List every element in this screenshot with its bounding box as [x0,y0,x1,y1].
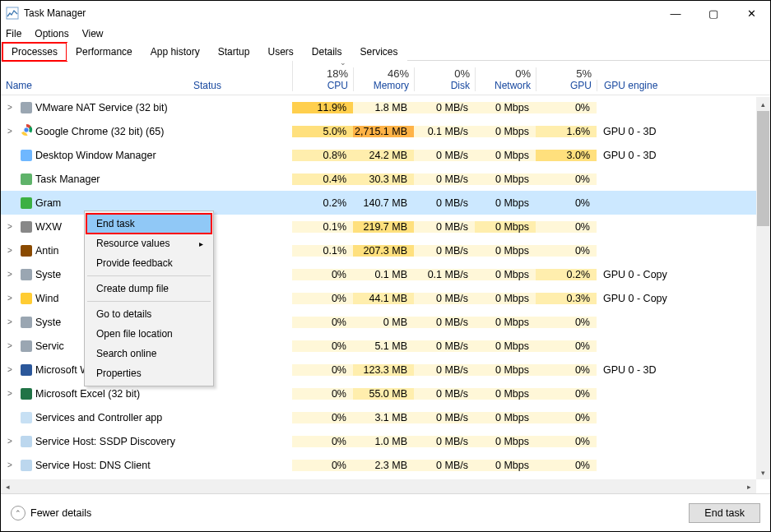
process-name: Desktop Window Manager [34,150,188,161]
expand-toggle[interactable]: > [1,270,19,279]
minimize-button[interactable]: — [657,1,694,25]
menu-file[interactable]: File [6,28,21,39]
task-manager-window: Task Manager — ▢ ✕ FileOptionsView Proce… [0,0,771,532]
horizontal-scrollbar[interactable]: ◂ ▸ [1,479,756,493]
cell-cpu: 0.1% [292,221,353,233]
scroll-down-icon[interactable]: ▾ [756,465,770,479]
tab-app-history[interactable]: App history [142,43,209,61]
cell-gpu: 0% [536,173,597,185]
cell-mem: 55.0 MB [353,388,414,400]
menu-separator [87,275,211,276]
cell-mem: 0.1 MB [353,269,414,280]
scroll-up-icon[interactable]: ▴ [756,97,770,111]
menu-item-search-online[interactable]: Search online [86,344,211,363]
menu-item-open-file-location[interactable]: Open file location [86,324,211,344]
col-gpu[interactable]: 5%GPU [536,67,597,91]
process-icon [19,173,34,185]
vertical-scrollbar[interactable]: ▴ ▾ [756,97,770,479]
cell-cpu: 0% [292,317,353,328]
close-button[interactable]: ✕ [732,1,770,25]
col-name[interactable]: Name [1,80,188,91]
scroll-right-icon[interactable]: ▸ [742,479,756,493]
menu-item-properties[interactable]: Properties [86,363,211,383]
scroll-left-icon[interactable]: ◂ [1,479,15,493]
menu-separator [87,301,211,302]
col-disk[interactable]: 0%Disk [414,67,475,91]
cell-mem: 44.1 MB [353,293,414,304]
process-name: Microsoft Excel (32 bit) [34,388,188,400]
expand-toggle[interactable]: > [1,317,19,326]
tab-details[interactable]: Details [303,43,351,61]
cell-disk: 0 MB/s [414,221,475,233]
expand-toggle[interactable]: > [1,389,19,398]
cell-mem: 140.7 MB [353,197,414,209]
cell-disk: 0 MB/s [414,364,475,376]
cell-disk: 0 MB/s [414,340,475,352]
menu-view[interactable]: View [82,28,104,39]
tab-users[interactable]: Users [258,43,302,61]
expand-toggle[interactable]: > [1,365,19,374]
expand-toggle[interactable]: > [1,341,19,350]
expand-toggle[interactable]: > [1,437,19,446]
expand-toggle[interactable]: > [1,294,19,303]
process-icon [19,340,34,352]
fewer-details-button[interactable]: ⌃ Fewer details [11,506,91,520]
cell-net: 0 Mbps [475,436,536,447]
process-icon [19,102,34,113]
col-cpu[interactable]: ⌄18%CPU [292,56,353,91]
tab-processes[interactable]: Processes [2,43,67,61]
menu-item-end-task[interactable]: End task [86,214,211,234]
cell-disk: 0 MB/s [414,388,475,400]
titlebar[interactable]: Task Manager — ▢ ✕ [1,1,770,25]
cell-disk: 0 MB/s [414,293,475,304]
table-row[interactable]: >Google Chrome (32 bit) (65)5.0%2,715.1 … [1,119,770,143]
table-row[interactable]: Task Manager0.4%30.3 MB0 MB/s0 Mbps0% [1,167,770,191]
col-status[interactable]: Status [188,80,292,91]
menu-item-resource-values[interactable]: Resource values▸ [86,234,211,253]
cell-net: 0 Mbps [475,317,536,328]
col-network[interactable]: 0%Network [475,67,536,91]
menu-item-create-dump-file[interactable]: Create dump file [86,279,211,298]
cell-disk: 0 MB/s [414,173,475,185]
col-memory[interactable]: 46%Memory [353,67,414,91]
tab-services[interactable]: Services [351,43,407,61]
cell-disk: 0.1 MB/s [414,269,475,280]
expand-toggle[interactable]: > [1,246,19,255]
cell-gpu: 0% [536,245,597,257]
cell-gpu: 0.2% [536,269,597,280]
menu-item-provide-feedback[interactable]: Provide feedback [86,253,211,273]
menu-item-go-to-details[interactable]: Go to details [86,304,211,324]
cell-net: 0 Mbps [475,364,536,376]
scroll-thumb[interactable] [757,111,769,226]
cell-net: 0 Mbps [475,269,536,280]
process-name: Service Host: DNS Client [34,460,188,471]
process-icon [19,436,34,447]
maximize-button[interactable]: ▢ [694,1,732,25]
expand-toggle[interactable]: > [1,460,19,470]
expand-toggle[interactable]: > [1,127,19,136]
cell-cpu: 0% [292,340,353,352]
cell-cpu: 0% [292,269,353,280]
process-name: VMware NAT Service (32 bit) [34,102,188,113]
process-name: Service Host: SSDP Discovery [34,436,188,447]
cell-net: 0 Mbps [475,293,536,304]
table-row[interactable]: >VMware NAT Service (32 bit)11.9%1.8 MB0… [1,95,770,119]
table-row[interactable]: >Service Host: SSDP Discovery0%1.0 MB0 M… [1,429,770,453]
col-gpu-engine[interactable]: GPU engine [597,80,770,91]
end-task-button[interactable]: End task [689,503,760,523]
tab-startup[interactable]: Startup [209,43,259,61]
process-icon [19,293,34,304]
table-row[interactable]: Services and Controller app0%3.1 MB0 MB/… [1,405,770,429]
expand-toggle[interactable]: > [1,222,19,231]
cell-gpu: 0% [536,221,597,233]
cell-net: 0 Mbps [475,245,536,257]
tab-performance[interactable]: Performance [67,43,142,61]
process-icon [19,269,34,280]
cell-disk: 0.1 MB/s [414,126,475,137]
cell-gpu: 0% [536,102,597,113]
menu-options[interactable]: Options [35,28,68,39]
svg-point-2 [24,127,29,132]
expand-toggle[interactable]: > [1,103,19,112]
table-row[interactable]: >Service Host: DNS Client0%2.3 MB0 MB/s0… [1,453,770,477]
table-row[interactable]: Desktop Window Manager0.8%24.2 MB0 MB/s0… [1,143,770,167]
